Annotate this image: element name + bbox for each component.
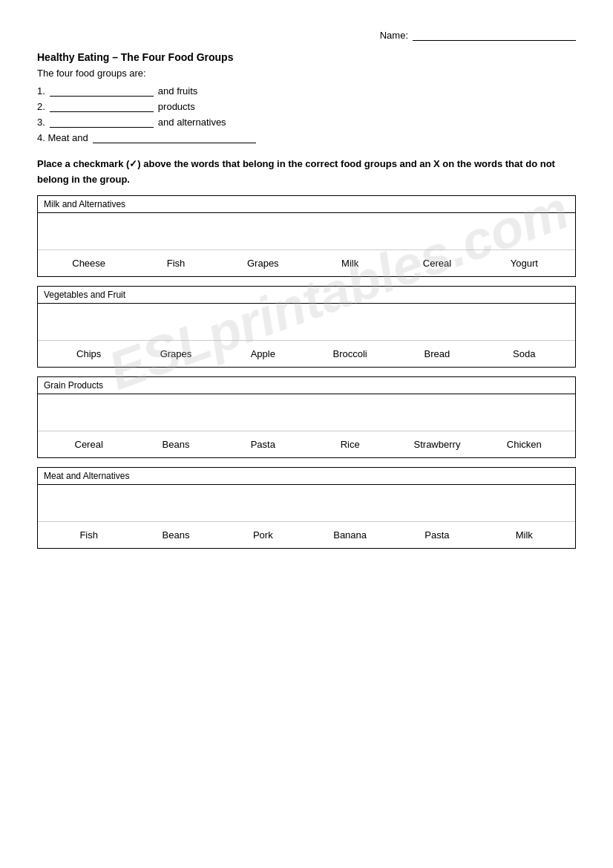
food-item-1-4: Bread	[407, 348, 467, 359]
food-item-1-3: Broccoli	[321, 348, 380, 359]
page-title: Healthy Eating – The Four Food Groups	[37, 51, 576, 63]
food-item-0-4: Cereal	[407, 258, 467, 269]
table-header-1: Vegetables and Fruit	[38, 287, 575, 304]
foods-row-0: CheeseFishGrapesMilkCerealYogurt	[38, 250, 575, 276]
checkmark-area-1	[38, 304, 575, 341]
food-item-1-1: Grapes	[146, 348, 206, 359]
food-table-1: Vegetables and FruitChipsGrapesAppleBroc…	[37, 286, 576, 368]
subtitle: The four food groups are:	[37, 68, 576, 79]
food-item-0-2: Grapes	[233, 258, 292, 269]
checkmark-area-0	[38, 213, 575, 250]
food-item-1-2: Apple	[233, 348, 292, 359]
food-item-1-5: Soda	[494, 348, 554, 359]
foods-row-3: FishBeansPorkBananaPastaMilk	[38, 522, 575, 548]
food-item-0-1: Fish	[146, 258, 206, 269]
tables-container: Milk and AlternativesCheeseFishGrapesMil…	[37, 195, 576, 549]
food-table-0: Milk and AlternativesCheeseFishGrapesMil…	[37, 195, 576, 277]
food-item-3-4: Pasta	[407, 529, 467, 541]
checkmark-area-2	[38, 394, 575, 431]
list-item-3: 3. and alternatives	[37, 116, 576, 128]
table-header-0: Milk and Alternatives	[38, 196, 575, 213]
food-item-1-0: Chips	[59, 348, 119, 359]
food-item-2-2: Pasta	[233, 439, 292, 450]
blank-4a	[93, 131, 256, 143]
food-item-2-1: Beans	[146, 439, 206, 450]
instructions: Place a checkmark (✓) above the words th…	[37, 157, 576, 188]
list-number-3: 3.	[37, 117, 45, 128]
food-item-2-0: Cereal	[59, 439, 119, 450]
list-number-4: 4. Meat and	[37, 132, 88, 143]
food-item-3-5: Milk	[494, 529, 554, 541]
list-number-2: 2.	[37, 101, 45, 112]
list-item-2: 2. products	[37, 100, 576, 112]
food-item-2-4: Strawberry	[407, 439, 467, 450]
list-item-1: 1. and fruits	[37, 85, 576, 97]
blank-3a	[50, 116, 154, 128]
food-item-3-1: Beans	[146, 529, 206, 541]
food-item-0-5: Yogurt	[494, 258, 554, 269]
blank-1a	[50, 85, 154, 97]
list-number-1: 1.	[37, 85, 45, 97]
list-connector-1: and fruits	[158, 85, 197, 97]
instructions-bold: Place a checkmark (✓) above the words th…	[37, 158, 555, 185]
food-table-2: Grain ProductsCerealBeansPastaRiceStrawb…	[37, 376, 576, 458]
food-item-3-2: Pork	[233, 529, 292, 541]
list-connector-3: and alternatives	[158, 117, 226, 128]
list-connector-2: products	[158, 101, 195, 112]
food-item-0-0: Cheese	[59, 258, 119, 269]
food-item-0-3: Milk	[321, 258, 380, 269]
name-line: Name:	[37, 30, 576, 41]
food-groups-list: 1. and fruits 2. products 3. and alterna…	[37, 85, 576, 143]
food-item-3-3: Banana	[321, 529, 380, 541]
checkmark-area-3	[38, 485, 575, 522]
blank-2a	[50, 100, 154, 112]
food-item-2-3: Rice	[321, 439, 380, 450]
name-label: Name:	[380, 30, 408, 41]
list-item-4: 4. Meat and	[37, 131, 576, 143]
table-header-3: Meat and Alternatives	[38, 468, 575, 485]
food-item-2-5: Chicken	[494, 439, 554, 450]
foods-row-2: CerealBeansPastaRiceStrawberryChicken	[38, 431, 575, 457]
food-table-3: Meat and AlternativesFishBeansPorkBanana…	[37, 467, 576, 549]
food-item-3-0: Fish	[59, 529, 119, 541]
table-header-2: Grain Products	[38, 377, 575, 394]
foods-row-1: ChipsGrapesAppleBroccoliBreadSoda	[38, 341, 575, 367]
name-underline	[413, 30, 576, 41]
